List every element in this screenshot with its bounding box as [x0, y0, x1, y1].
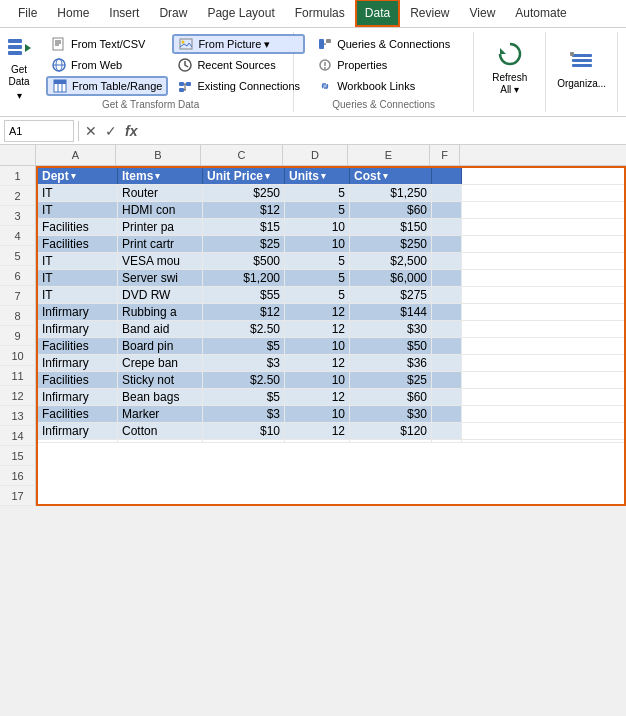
row-header-5[interactable]: 5 [0, 246, 36, 266]
cell-7-a[interactable]: IT [38, 270, 118, 286]
cell-10-c[interactable]: $2.50 [203, 321, 285, 337]
col-header-a[interactable]: A [36, 145, 116, 165]
cell-4-d[interactable]: 10 [285, 219, 350, 235]
cell-8-e[interactable]: $275 [350, 287, 432, 303]
cell-14-a[interactable]: Infirmary [38, 389, 118, 405]
cell-17-c[interactable] [203, 440, 285, 442]
cell-5-a[interactable]: Facilities [38, 236, 118, 252]
tab-page-layout[interactable]: Page Layout [197, 0, 284, 27]
cell-6-d[interactable]: 5 [285, 253, 350, 269]
cell-7-e[interactable]: $6,000 [350, 270, 432, 286]
cell-16-a[interactable]: Infirmary [38, 423, 118, 439]
row-header-3[interactable]: 3 [0, 206, 36, 226]
cell-17-b[interactable] [118, 440, 203, 442]
cell-3-b[interactable]: HDMI con [118, 202, 203, 218]
cell-17-e[interactable] [350, 440, 432, 442]
cell-10-e[interactable]: $30 [350, 321, 432, 337]
header-units[interactable]: Units ▾ [285, 168, 350, 184]
organize-button[interactable]: Organiza... [550, 34, 613, 100]
cell-13-c[interactable]: $2.50 [203, 372, 285, 388]
tab-formulas[interactable]: Formulas [285, 0, 355, 27]
tab-data[interactable]: Data [355, 0, 400, 27]
refresh-all-button[interactable]: RefreshAll ▾ [485, 34, 534, 100]
tab-draw[interactable]: Draw [149, 0, 197, 27]
cell-6-a[interactable]: IT [38, 253, 118, 269]
cell-10-d[interactable]: 12 [285, 321, 350, 337]
row-header-11[interactable]: 11 [0, 366, 36, 386]
header-cost[interactable]: Cost ▾ [350, 168, 432, 184]
cell-13-b[interactable]: Sticky not [118, 372, 203, 388]
cell-7-b[interactable]: Server swi [118, 270, 203, 286]
cell-3-e[interactable]: $60 [350, 202, 432, 218]
cell-14-e[interactable]: $60 [350, 389, 432, 405]
cell-9-e[interactable]: $144 [350, 304, 432, 320]
cell-2-b[interactable]: Router [118, 185, 203, 201]
cell-15-c[interactable]: $3 [203, 406, 285, 422]
cell-6-b[interactable]: VESA mou [118, 253, 203, 269]
from-table-range-button[interactable]: From Table/Range [46, 76, 168, 96]
cell-3-c[interactable]: $12 [203, 202, 285, 218]
tab-review[interactable]: Review [400, 0, 459, 27]
cell-15-a[interactable]: Facilities [38, 406, 118, 422]
col-header-b[interactable]: B [116, 145, 201, 165]
col-header-d[interactable]: D [283, 145, 348, 165]
cell-17-a[interactable] [38, 440, 118, 442]
cell-11-e[interactable]: $50 [350, 338, 432, 354]
from-web-button[interactable]: From Web [46, 55, 168, 75]
cell-11-a[interactable]: Facilities [38, 338, 118, 354]
cell-11-c[interactable]: $5 [203, 338, 285, 354]
cell-5-d[interactable]: 10 [285, 236, 350, 252]
cell-9-a[interactable]: Infirmary [38, 304, 118, 320]
fx-icon[interactable]: fx [123, 123, 139, 139]
cell-5-e[interactable]: $250 [350, 236, 432, 252]
cell-8-a[interactable]: IT [38, 287, 118, 303]
cell-15-b[interactable]: Marker [118, 406, 203, 422]
workbook-links-button[interactable]: Workbook Links [312, 76, 420, 96]
col-header-c[interactable]: C [201, 145, 283, 165]
name-box[interactable]: A1 [4, 120, 74, 142]
header-dept[interactable]: Dept ▾ [38, 168, 118, 184]
row-header-12[interactable]: 12 [0, 386, 36, 406]
cell-12-a[interactable]: Infirmary [38, 355, 118, 371]
cell-6-e[interactable]: $2,500 [350, 253, 432, 269]
row-header-2[interactable]: 2 [0, 186, 36, 206]
cell-12-c[interactable]: $3 [203, 355, 285, 371]
cell-13-a[interactable]: Facilities [38, 372, 118, 388]
cell-11-d[interactable]: 10 [285, 338, 350, 354]
col-header-e[interactable]: E [348, 145, 430, 165]
cell-2-c[interactable]: $250 [203, 185, 285, 201]
row-header-10[interactable]: 10 [0, 346, 36, 366]
header-unit-price[interactable]: Unit Price ▾ [203, 168, 285, 184]
col-header-f[interactable]: F [430, 145, 460, 165]
cell-12-e[interactable]: $36 [350, 355, 432, 371]
header-items[interactable]: Items ▾ [118, 168, 203, 184]
existing-connections-button[interactable]: Existing Connections [172, 76, 305, 96]
cell-9-b[interactable]: Rubbing a [118, 304, 203, 320]
cell-4-a[interactable]: Facilities [38, 219, 118, 235]
tab-home[interactable]: Home [47, 0, 99, 27]
cell-9-c[interactable]: $12 [203, 304, 285, 320]
row-header-16[interactable]: 16 [0, 466, 36, 486]
cell-7-d[interactable]: 5 [285, 270, 350, 286]
cell-4-e[interactable]: $150 [350, 219, 432, 235]
row-header-6[interactable]: 6 [0, 266, 36, 286]
row-header-1[interactable]: 1 [0, 166, 36, 186]
row-header-15[interactable]: 15 [0, 446, 36, 466]
row-header-9[interactable]: 9 [0, 326, 36, 346]
cell-16-e[interactable]: $120 [350, 423, 432, 439]
cell-10-a[interactable]: Infirmary [38, 321, 118, 337]
cell-14-c[interactable]: $5 [203, 389, 285, 405]
cell-6-c[interactable]: $500 [203, 253, 285, 269]
queries-connections-button[interactable]: Queries & Connections [312, 34, 455, 54]
cell-7-c[interactable]: $1,200 [203, 270, 285, 286]
row-header-4[interactable]: 4 [0, 226, 36, 246]
cell-10-b[interactable]: Band aid [118, 321, 203, 337]
cell-8-c[interactable]: $55 [203, 287, 285, 303]
from-picture-button[interactable]: From Picture ▾ [172, 34, 305, 54]
cell-13-e[interactable]: $25 [350, 372, 432, 388]
cell-4-c[interactable]: $15 [203, 219, 285, 235]
cell-8-b[interactable]: DVD RW [118, 287, 203, 303]
formula-input[interactable] [143, 120, 622, 142]
cell-9-d[interactable]: 12 [285, 304, 350, 320]
cell-8-d[interactable]: 5 [285, 287, 350, 303]
